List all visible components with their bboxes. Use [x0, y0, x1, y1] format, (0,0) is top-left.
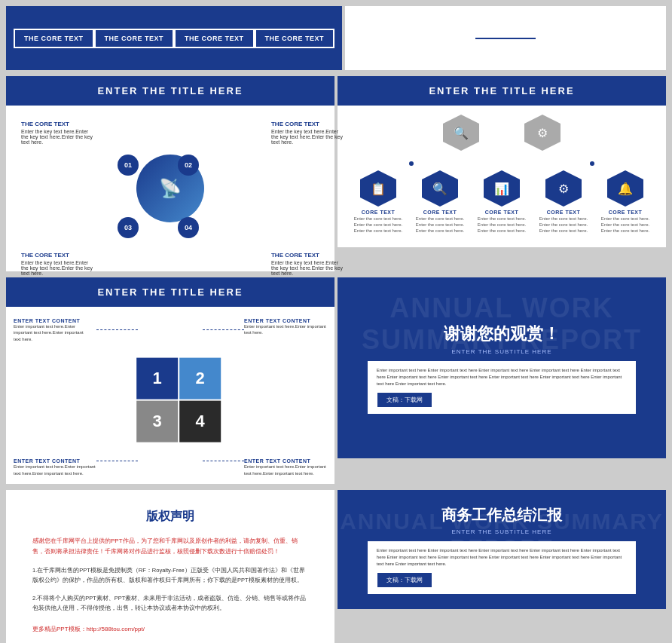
dot-03: 03 — [118, 217, 139, 238]
copyright-body2: 2.不得将个人购买的PPT素材、PPT素材、未来用于非法活动，成者盗版、仿造、分… — [32, 593, 308, 614]
panel6: ANNUAL WORK SUMMARY REPORT 商务工作总结汇报 ENTE… — [338, 490, 666, 643]
node2-text: Enter the key text here.Enter the key te… — [271, 129, 347, 145]
node2-title: THE CORE TEXT — [271, 121, 319, 127]
thankyou-download-btn[interactable]: 文稿：下载网 — [377, 392, 432, 408]
thankyou-main-text: 谢谢您的观赏！ — [444, 323, 560, 345]
hex-5: 🔔 — [607, 170, 643, 207]
icon-item-4: ⚙ CORE TEXT Enter the core text here. En… — [534, 170, 593, 234]
text-tl-title: ENTER TEXT CONTENT — [14, 318, 89, 323]
business-panel: ANNUAL WORK SUMMARY REPORT 商务工作总结汇报 ENTE… — [338, 490, 666, 609]
num-box-1: 1 — [136, 357, 178, 399]
core-text-box-4: THE CORE TEXT — [255, 29, 335, 48]
hex-3: 📊 — [484, 170, 520, 207]
dashed-line-tr — [203, 329, 244, 330]
num-box-4: 4 — [179, 400, 221, 442]
node3-title: THE CORE TEXT — [21, 252, 69, 259]
icon-item-1: 📋 CORE TEXT Enter the core text here. En… — [349, 170, 408, 234]
icon-item-gray-1: 🔍 — [432, 115, 490, 154]
copyright-panel: 版权声明 感谢您在千库网平台上提供的PPT作品，为了您和千库网以及原创作者的利益… — [6, 490, 334, 643]
thankyou-panel: ANNUAL WORK SUMMARY REPORT 谢谢您的观赏！ ENTER… — [338, 277, 666, 458]
icon-item-5: 🔔 CORE TEXT Enter the core text here. En… — [596, 170, 655, 234]
icon-item-2: 🔍 CORE TEXT Enter the core text here. En… — [411, 170, 469, 234]
dashed-line-bl — [96, 461, 138, 461]
icon-label-4: CORE TEXT — [547, 210, 581, 215]
icon-label-5: CORE TEXT — [609, 210, 643, 215]
icon-label-1: CORE TEXT — [362, 210, 396, 215]
panel3: ENTER THE TITLE HERE ENTER TEXT CONTENT … — [6, 277, 334, 484]
copyright-title: 版权声明 — [32, 509, 308, 525]
hex-2: 🔍 — [422, 170, 458, 207]
icon-item-gray-2: ⚙ — [513, 115, 572, 154]
text-tl-body: Enter important text here.Enter importan… — [14, 323, 89, 342]
icon-text-5: Enter the core text here. Enter the core… — [596, 216, 655, 234]
top-strip: THE CORE TEXT THE CORE TEXT THE CORE TEX… — [6, 6, 666, 70]
icon-text-3: Enter the core text here. Enter the core… — [472, 216, 531, 234]
top-left-panel: THE CORE TEXT THE CORE TEXT THE CORE TEX… — [6, 6, 342, 70]
num-box-3: 3 — [136, 400, 178, 442]
text-br-title: ENTER TEXT CONTENT — [244, 458, 327, 464]
business-subtitle: ENTER THE SUBTITLE HERE — [451, 528, 551, 535]
hex-4: ⚙ — [545, 170, 582, 207]
core-text-box-3: THE CORE TEXT — [174, 29, 255, 48]
panel5: 版权声明 感谢您在千库网平台上提供的PPT作品，为了您和千库网以及原创作者的利益… — [6, 490, 334, 643]
dot-conn-2 — [590, 161, 594, 166]
top-right-panel — [345, 6, 666, 70]
copyright-body1: 1.在千库网出售的PPT模板是免授制类（RF：Royalty-Free）正版受《… — [32, 565, 308, 586]
copyright-intro: 感谢您在千库网平台上提供的PPT作品，为了您和千库网以及原创作者的利益，请勿复制… — [32, 536, 308, 558]
panel2-header: ENTER THE TITLE HERE — [338, 76, 666, 106]
panel3-header: ENTER THE TITLE HERE — [6, 277, 334, 307]
panel4: ANNUAL WORK SUMMARY REPORT 谢谢您的观赏！ ENTER… — [338, 277, 666, 484]
copyright-link: 更多精品PPT模板：http://588tou.com/ppt/ — [32, 625, 308, 633]
text-tr-title: ENTER TEXT CONTENT — [244, 318, 327, 323]
icon-text-4: Enter the core text here. Enter the core… — [534, 216, 593, 234]
node4-title: THE CORE TEXT — [271, 252, 319, 259]
dot-04: 04 — [178, 217, 199, 238]
panel2: ENTER THE TITLE HERE 🔍 ⚙ — [338, 76, 666, 271]
business-download-btn[interactable]: 文稿：下载网 — [377, 572, 432, 588]
thankyou-box: Enter important text here Enter importan… — [368, 361, 636, 414]
text-bl-body: Enter important text here.Enter importan… — [14, 464, 96, 476]
panel1-header: ENTER THE TITLE HERE — [6, 76, 334, 106]
bot-panels: 版权声明 感谢您在千库网平台上提供的PPT作品，为了您和千库网以及原创作者的利益… — [6, 490, 666, 643]
dot-02: 02 — [178, 155, 199, 176]
thankyou-subtitle: ENTER THE SUBTITLE HERE — [451, 348, 551, 355]
hex-gray-1: 🔍 — [443, 115, 479, 151]
text-bl-title: ENTER TEXT CONTENT — [14, 458, 96, 464]
dashed-line-tl — [96, 329, 138, 330]
core-text-box-1: THE CORE TEXT — [14, 29, 94, 48]
num-box-2: 2 — [179, 357, 221, 399]
thankyou-body-text: Enter important text here Enter importan… — [377, 367, 627, 387]
business-main-text: 商务工作总结汇报 — [441, 505, 562, 525]
panel1: ENTER THE TITLE HERE THE CORE TEXT Enter… — [6, 76, 334, 271]
node1-text: Enter the key text here.Enter the key te… — [21, 129, 96, 145]
low-panels: ENTER THE TITLE HERE ENTER TEXT CONTENT … — [6, 277, 666, 484]
hex-1: 📋 — [360, 170, 396, 207]
icon-item-3: 📊 CORE TEXT Enter the core text here. En… — [472, 170, 531, 234]
icon-label-2: CORE TEXT — [423, 210, 457, 215]
business-body-text: Enter important text here Enter importan… — [377, 547, 627, 568]
node4-text: Enter the key text here.Enter the key te… — [271, 260, 347, 276]
dot-01: 01 — [118, 155, 139, 176]
core-text-box-2: THE CORE TEXT — [94, 29, 175, 48]
icon-text-2: Enter the core text here. Enter the core… — [411, 216, 469, 234]
dashed-line-br — [203, 461, 244, 461]
icon-label-3: CORE TEXT — [485, 210, 519, 215]
mid-panels: ENTER THE TITLE HERE THE CORE TEXT Enter… — [6, 76, 666, 271]
main-wrapper: THE CORE TEXT THE CORE TEXT THE CORE TEX… — [0, 0, 672, 643]
business-box: Enter important text here Enter importan… — [368, 541, 636, 594]
dot-conn-1 — [409, 161, 414, 166]
text-br-body: Enter important text here.Enter importan… — [244, 464, 327, 476]
icon-text-1: Enter the core text here. Enter the core… — [349, 216, 408, 234]
text-tr-body: Enter important text here.Enter importan… — [244, 323, 327, 336]
node1-title: THE CORE TEXT — [21, 121, 69, 127]
line-decoration — [475, 38, 536, 39]
hex-gray-2: ⚙ — [524, 115, 561, 151]
node3-text: Enter the key text here.Enter the key te… — [21, 260, 96, 276]
